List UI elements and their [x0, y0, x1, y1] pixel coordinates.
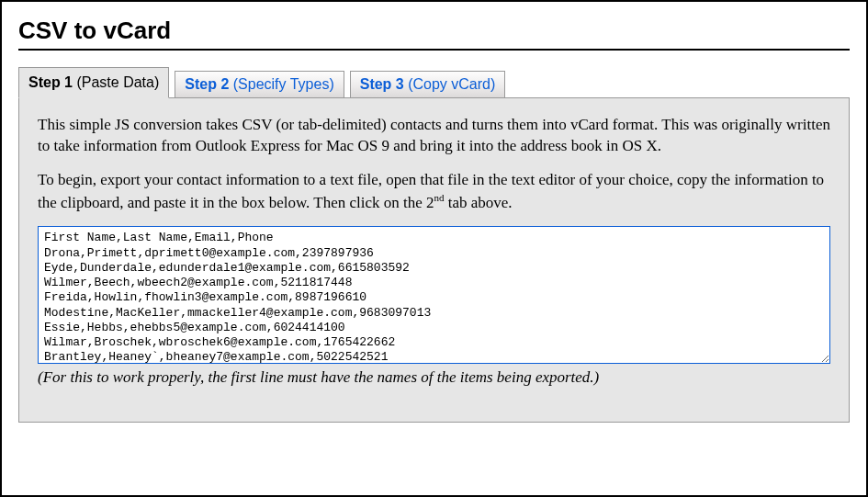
intro-paragraph-1: This simple JS conversion takes CSV (or …: [38, 115, 830, 157]
app-window: CSV to vCard Step 1 (Paste Data) Step 2 …: [0, 0, 868, 497]
hint-text: (For this to work properly, the first li…: [38, 367, 830, 389]
tab-step-3-sub: (Copy vCard): [408, 76, 495, 92]
intro-paragraph-2-suffix: tab above.: [445, 193, 513, 210]
tab-step-3-label: Step 3: [360, 76, 404, 92]
page-title: CSV to vCard: [18, 17, 850, 45]
tab-step-1[interactable]: Step 1 (Paste Data): [18, 67, 169, 98]
tab-bar: Step 1 (Paste Data) Step 2 (Specify Type…: [18, 67, 850, 98]
tab-step-2-sub: (Specify Types): [233, 76, 334, 92]
tab-step-1-label: Step 1: [28, 74, 73, 90]
tab-step-1-sub: (Paste Data): [76, 74, 159, 90]
tab-panel-step-1: This simple JS conversion takes CSV (or …: [18, 97, 850, 423]
intro-paragraph-2: To begin, export your contact informatio…: [38, 170, 830, 214]
tab-step-2[interactable]: Step 2 (Specify Types): [175, 71, 344, 98]
tab-step-2-label: Step 2: [185, 76, 229, 92]
csv-input[interactable]: [38, 226, 830, 364]
intro-paragraph-2-prefix: To begin, export your contact informatio…: [38, 171, 824, 211]
ordinal-suffix: nd: [434, 192, 445, 203]
title-divider: [18, 49, 850, 51]
tab-step-3[interactable]: Step 3 (Copy vCard): [350, 71, 506, 98]
